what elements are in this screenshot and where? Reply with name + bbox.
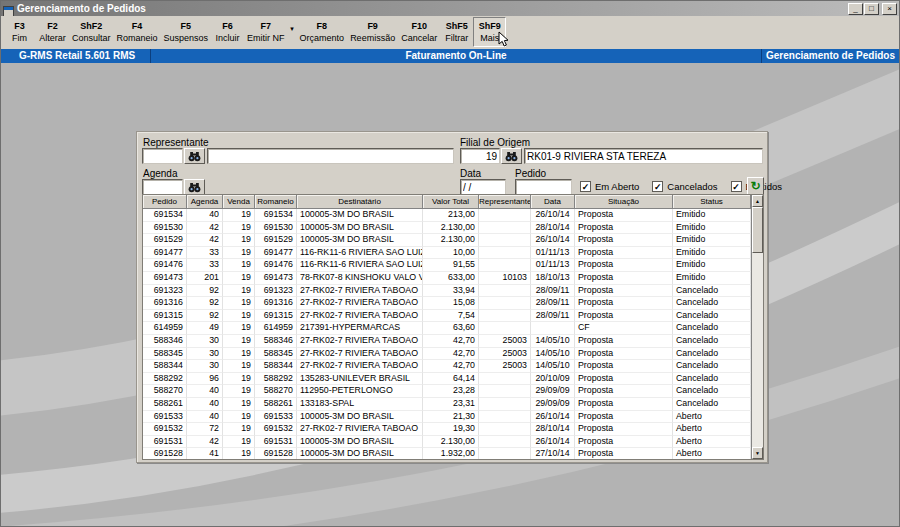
cell-venda: 19: [223, 436, 255, 449]
toolbar-button-filtrar[interactable]: ShF5Filtrar: [440, 17, 473, 47]
cell-venda: 19: [223, 360, 255, 373]
toolbar-button-consultar[interactable]: ShF2Consultar: [69, 17, 114, 47]
emitir-nf-dropdown-arrow-icon[interactable]: ▾: [288, 17, 297, 47]
table-row[interactable]: 588346301958834627-RK02-7 RIVIERA TABOAO…: [143, 335, 751, 348]
scrollbar-thumb[interactable]: [752, 207, 763, 253]
toolbar-button-suspensos[interactable]: F5Suspensos: [161, 17, 212, 47]
toolbar-button-romaneio[interactable]: F4Romaneio: [114, 17, 161, 47]
cell-data: 26/10/14: [531, 436, 575, 449]
mouse-cursor-icon: [498, 31, 510, 49]
table-row[interactable]: 6914773319691477116-RK11-6 RIVIERA SAO L…: [143, 247, 751, 260]
window-controls: _ □ ×: [848, 3, 897, 15]
cell-romaneio: 691528: [255, 448, 297, 459]
table-row[interactable]: 5882614019588261133183-SPAL23,3129/09/09…: [143, 398, 751, 411]
toolbar-button-orcamento[interactable]: F8Orçamento: [297, 17, 348, 47]
table-row[interactable]: 6915314219691531100005-3M DO BRASIL2.130…: [143, 436, 751, 449]
app-window: Gerenciamento de Pedidos _ □ × F3FimF2Al…: [0, 0, 900, 527]
cell-pedido: 588270: [143, 385, 187, 398]
cell-destinatario: 27-RK02-7 RIVIERA TABOAO: [297, 335, 423, 348]
column-header-representante[interactable]: Representante: [479, 195, 531, 209]
toolbar-button-label: Consultar: [72, 32, 111, 44]
cell-venda: 19: [223, 373, 255, 386]
table-row[interactable]: 5882704019588270112950-PETERLONGO23,2829…: [143, 385, 751, 398]
column-header-romaneio[interactable]: Romaneio: [255, 195, 297, 209]
toolbar-button-label: Incluir: [216, 32, 240, 44]
scroll-down-button[interactable]: ▼: [752, 447, 763, 459]
column-header-agenda[interactable]: Agenda: [187, 195, 223, 209]
checkbox-em-aberto[interactable]: ✓Em Aberto: [580, 181, 639, 192]
table-row[interactable]: 588344301958834427-RK02-7 RIVIERA TABOAO…: [143, 360, 751, 373]
refresh-button[interactable]: ↻: [747, 177, 764, 195]
table-row[interactable]: 691532721969153227-RK02-7 RIVIERA TABOAO…: [143, 423, 751, 436]
cell-romaneio: 691531: [255, 436, 297, 449]
toolbar-button-incluir[interactable]: F6Incluir: [211, 17, 244, 47]
cell-venda: 19: [223, 385, 255, 398]
checkbox-label: Cancelados: [667, 181, 717, 192]
cell-status: Aberto: [673, 423, 751, 436]
table-row[interactable]: 6915344019691534100005-3M DO BRASIL213,0…: [143, 209, 751, 222]
cell-venda: 19: [223, 411, 255, 424]
table-row[interactable]: 691323921969132327-RK02-7 RIVIERA TABOAO…: [143, 285, 751, 298]
table-row[interactable]: 6915284119691528100005-3M DO BRASIL1.932…: [143, 448, 751, 459]
titlebar[interactable]: Gerenciamento de Pedidos _ □ ×: [1, 1, 899, 16]
cell-situacao: Proposta: [575, 234, 673, 247]
filial-code-input[interactable]: [460, 148, 500, 164]
cell-pedido: 691531: [143, 436, 187, 449]
cell-pedido: 588292: [143, 373, 187, 386]
column-header-data[interactable]: Data: [531, 195, 575, 209]
cell-situacao: Proposta: [575, 209, 673, 222]
cell-romaneio: 691477: [255, 247, 297, 260]
binoculars-icon: [188, 182, 201, 193]
representante-code-input[interactable]: [142, 148, 183, 164]
toolbar-button-reemissao[interactable]: F9Reemissão: [347, 17, 398, 47]
filial-search-button[interactable]: [501, 148, 522, 164]
checkbox-box[interactable]: ✓: [731, 181, 742, 192]
table-row[interactable]: 6914763319691476116-RK11-6 RIVIERA SAO L…: [143, 259, 751, 272]
cell-agenda: 92: [187, 297, 223, 310]
table-row[interactable]: 6915294219691529100005-3M DO BRASIL2.130…: [143, 234, 751, 247]
cell-situacao: Proposta: [575, 247, 673, 260]
table-row[interactable]: 6914732011969147378-RK07-8 KINSHOKU VALO…: [143, 272, 751, 285]
cell-situacao: Proposta: [575, 436, 673, 449]
agenda-code-input[interactable]: [142, 179, 183, 195]
cell-status: Cancelado: [673, 297, 751, 310]
toolbar-button-key: ShF5: [446, 20, 468, 32]
maximize-button[interactable]: □: [864, 3, 879, 15]
table-row[interactable]: 691316921969131627-RK02-7 RIVIERA TABOAO…: [143, 297, 751, 310]
column-header-pedido[interactable]: Pedido: [143, 195, 187, 209]
table-row[interactable]: 5882929619588292135283-UNILEVER BRASIL64…: [143, 373, 751, 386]
data-input[interactable]: [460, 179, 506, 195]
close-button[interactable]: ×: [882, 3, 897, 15]
column-header-destinatario[interactable]: Destinatário: [297, 195, 423, 209]
column-header-venda[interactable]: Venda: [223, 195, 255, 209]
minimize-button[interactable]: _: [848, 3, 863, 15]
cell-agenda: 40: [187, 411, 223, 424]
cell-valor-total: 23,31: [423, 398, 479, 411]
table-row[interactable]: 6149594919614959217391-HYPERMARCAS63,60C…: [143, 322, 751, 335]
representante-search-button[interactable]: [184, 148, 205, 164]
checkbox-box[interactable]: ✓: [580, 181, 591, 192]
cell-romaneio: 691529: [255, 234, 297, 247]
table-row[interactable]: 691315921969131527-RK02-7 RIVIERA TABOAO…: [143, 310, 751, 323]
toolbar-button-mais[interactable]: ShF9Mais: [473, 17, 506, 47]
checkbox-cancelados[interactable]: ✓Cancelados: [652, 181, 717, 192]
table-row[interactable]: 588345301958834527-RK02-7 RIVIERA TABOAO…: [143, 348, 751, 361]
toolbar-button-cancelar[interactable]: F10Cancelar: [398, 17, 440, 47]
cell-romaneio: 588270: [255, 385, 297, 398]
column-header-valor-total[interactable]: Valor Total: [423, 195, 479, 209]
scroll-up-button[interactable]: ▲: [752, 195, 763, 207]
checkbox-box[interactable]: ✓: [652, 181, 663, 192]
column-header-status[interactable]: Status: [673, 195, 751, 209]
cell-situacao: Proposta: [575, 285, 673, 298]
toolbar-button-fim[interactable]: F3Fim: [3, 17, 36, 47]
vertical-scrollbar[interactable]: ▲ ▼: [751, 195, 763, 459]
scrollbar-track[interactable]: [752, 253, 763, 447]
cell-valor-total: 1.932,00: [423, 448, 479, 459]
column-header-situacao[interactable]: Situação: [575, 195, 673, 209]
table-row[interactable]: 6915304219691530100005-3M DO BRASIL2.130…: [143, 222, 751, 235]
table-row[interactable]: 6915334019691533100005-3M DO BRASIL21,30…: [143, 411, 751, 424]
toolbar-button-alterar[interactable]: F2Alterar: [36, 17, 69, 47]
agenda-search-button[interactable]: [184, 179, 205, 195]
pedido-input[interactable]: [515, 179, 572, 195]
toolbar-button-emitir-nf[interactable]: F7Emitir NF: [244, 17, 288, 47]
